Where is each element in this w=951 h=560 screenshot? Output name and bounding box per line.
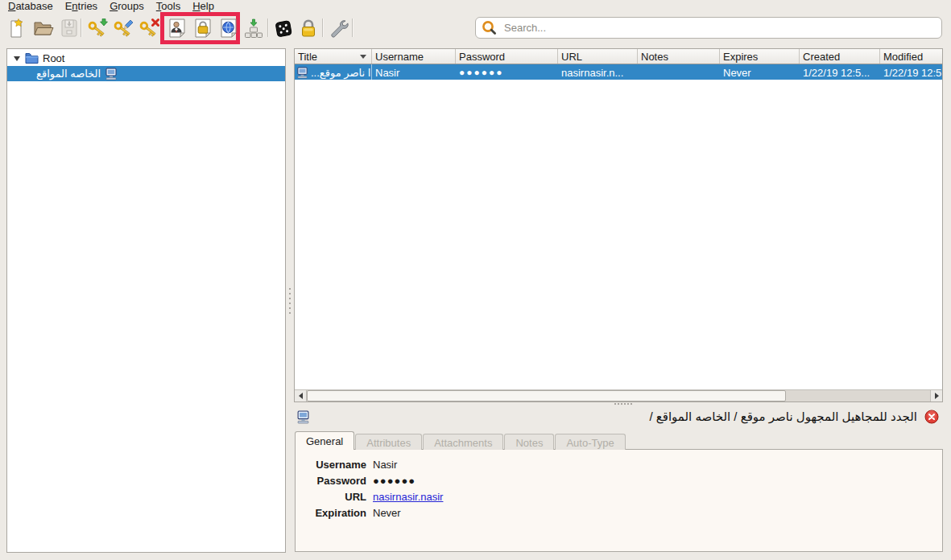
computer-icon bbox=[296, 410, 310, 424]
field-row-username: Username Nasir bbox=[296, 459, 942, 471]
scrollbar-thumb[interactable] bbox=[307, 390, 786, 401]
field-row-expiration: Expiration Never bbox=[296, 507, 942, 519]
perform-autotype-button[interactable] bbox=[242, 15, 266, 40]
field-value-password: ●●●●●● bbox=[373, 475, 416, 487]
menu-tools[interactable]: Tools bbox=[151, 0, 188, 13]
lock-database-button[interactable] bbox=[296, 15, 320, 40]
tree-item-private-sites[interactable]: المواقع‎ الخاصه bbox=[7, 66, 285, 81]
entry-detail-header: / المواقع‎ الخاصه‎ / موقع‎ ناصر‎ المجهول… bbox=[294, 406, 943, 427]
tab-autotype: Auto-Type bbox=[555, 434, 625, 450]
menu-database[interactable]: Database bbox=[3, 0, 60, 13]
computer-icon bbox=[296, 67, 308, 79]
arrow-left-icon bbox=[299, 393, 303, 399]
open-url-icon bbox=[218, 18, 239, 39]
toolbar-separator bbox=[322, 19, 324, 37]
toolbar bbox=[0, 13, 951, 45]
search-icon bbox=[481, 19, 498, 36]
copy-username-button[interactable] bbox=[165, 15, 189, 40]
header-password[interactable]: Password bbox=[456, 49, 558, 64]
entry-breadcrumb: / المواقع‎ الخاصه‎ / موقع‎ ناصر‎ المجهول… bbox=[649, 410, 917, 424]
folder-icon bbox=[25, 52, 39, 64]
field-label: URL bbox=[296, 491, 373, 503]
scroll-left-button[interactable] bbox=[295, 390, 307, 401]
add-entry-button[interactable] bbox=[85, 15, 110, 40]
tree-item-root[interactable]: Root bbox=[7, 51, 285, 66]
tab-attributes: Attributes bbox=[355, 434, 422, 450]
password-generator-button[interactable] bbox=[271, 15, 296, 40]
open-folder-icon bbox=[33, 18, 54, 39]
copy-password-icon bbox=[192, 18, 213, 39]
horizontal-scrollbar[interactable] bbox=[295, 389, 942, 401]
cell-notes bbox=[638, 64, 720, 80]
group-tree-panel: Root المواقع‎ الخاصه bbox=[6, 48, 286, 553]
autotype-keyboard-icon bbox=[243, 18, 264, 39]
sort-descending-icon bbox=[360, 55, 366, 59]
cell-password: ●●●●●● bbox=[456, 64, 558, 80]
cell-created: 1/22/19 12:5... bbox=[800, 64, 880, 80]
cell-modified: 1/22/19 12:5 bbox=[880, 64, 942, 80]
key-delete-icon bbox=[139, 18, 159, 39]
detail-tabs: General Attributes Attachments Notes Aut… bbox=[295, 431, 626, 450]
tree-root-label: Root bbox=[43, 52, 64, 64]
save-icon bbox=[59, 18, 80, 39]
search-input[interactable] bbox=[502, 21, 937, 35]
expander-arrow-icon[interactable] bbox=[14, 56, 20, 61]
field-row-password: Password ●●●●●● bbox=[296, 475, 942, 487]
entry-row-selected[interactable]: ...موقع‎ ناصر‎ ا Nasir ●●●●●● nasirnasir… bbox=[295, 64, 942, 80]
header-expires[interactable]: Expires bbox=[720, 49, 800, 64]
padlock-icon bbox=[298, 18, 319, 39]
scroll-right-button[interactable] bbox=[930, 390, 942, 401]
edit-entry-button[interactable] bbox=[111, 15, 135, 40]
header-url[interactable]: URL bbox=[558, 49, 638, 64]
field-row-url: URL nasirnasir.nasir bbox=[296, 491, 942, 503]
header-created[interactable]: Created bbox=[800, 49, 880, 64]
tree-child-label: المواقع‎ الخاصه bbox=[36, 68, 101, 80]
table-header-row: Title Username Password URL Notes Expire… bbox=[295, 49, 942, 64]
cell-title: ...موقع‎ ناصر‎ ا bbox=[295, 64, 372, 80]
wrench-icon bbox=[328, 18, 349, 39]
tab-general[interactable]: General bbox=[295, 431, 354, 450]
computer-icon bbox=[105, 68, 118, 80]
field-value-expiration: Never bbox=[373, 507, 401, 519]
key-edit-icon bbox=[113, 18, 134, 39]
detail-general-panel: Username Nasir Password ●●●●●● URL nasir… bbox=[295, 449, 943, 552]
open-url-button[interactable] bbox=[217, 15, 241, 40]
cell-expires: Never bbox=[720, 64, 800, 80]
cell-username: Nasir bbox=[372, 64, 456, 80]
menu-entries[interactable]: Entries bbox=[60, 0, 105, 13]
new-database-button[interactable] bbox=[6, 15, 30, 40]
cell-url: nasirnasir.n... bbox=[558, 64, 638, 80]
key-add-icon bbox=[87, 18, 108, 39]
arrow-right-icon bbox=[935, 393, 939, 399]
panel-splitter-horizontal[interactable] bbox=[614, 403, 633, 405]
header-modified[interactable]: Modified bbox=[880, 49, 942, 64]
field-label: Username bbox=[296, 459, 373, 471]
toolbar-separator bbox=[81, 19, 82, 37]
entry-table-panel: Title Username Password URL Notes Expire… bbox=[294, 48, 943, 402]
new-file-icon bbox=[7, 18, 28, 39]
tab-notes: Notes bbox=[504, 434, 554, 450]
tab-attachments: Attachments bbox=[423, 434, 503, 450]
delete-entry-button[interactable] bbox=[137, 15, 161, 40]
copy-username-icon bbox=[167, 18, 188, 39]
search-box bbox=[475, 17, 942, 39]
dice-icon bbox=[273, 18, 294, 39]
settings-button[interactable] bbox=[326, 15, 350, 40]
menu-groups[interactable]: Groups bbox=[105, 0, 151, 13]
close-detail-button[interactable] bbox=[924, 410, 939, 424]
field-value-url-link[interactable]: nasirnasir.nasir bbox=[373, 491, 443, 503]
panel-splitter-vertical[interactable] bbox=[286, 48, 294, 553]
cell-title-text: ...موقع‎ ناصر‎ ا bbox=[311, 67, 370, 79]
header-notes[interactable]: Notes bbox=[638, 49, 720, 64]
field-label: Password bbox=[296, 475, 373, 487]
header-title[interactable]: Title bbox=[295, 49, 372, 64]
save-database-button[interactable] bbox=[57, 15, 81, 40]
menu-bar: Database Entries Groups Tools Help bbox=[0, 0, 951, 13]
menu-help[interactable]: Help bbox=[188, 0, 221, 13]
copy-password-button[interactable] bbox=[191, 15, 215, 40]
toolbar-separator bbox=[267, 19, 269, 37]
toolbar-separator bbox=[352, 19, 354, 37]
header-username[interactable]: Username bbox=[372, 49, 456, 64]
field-label: Expiration bbox=[296, 507, 373, 519]
open-database-button[interactable] bbox=[31, 15, 56, 40]
